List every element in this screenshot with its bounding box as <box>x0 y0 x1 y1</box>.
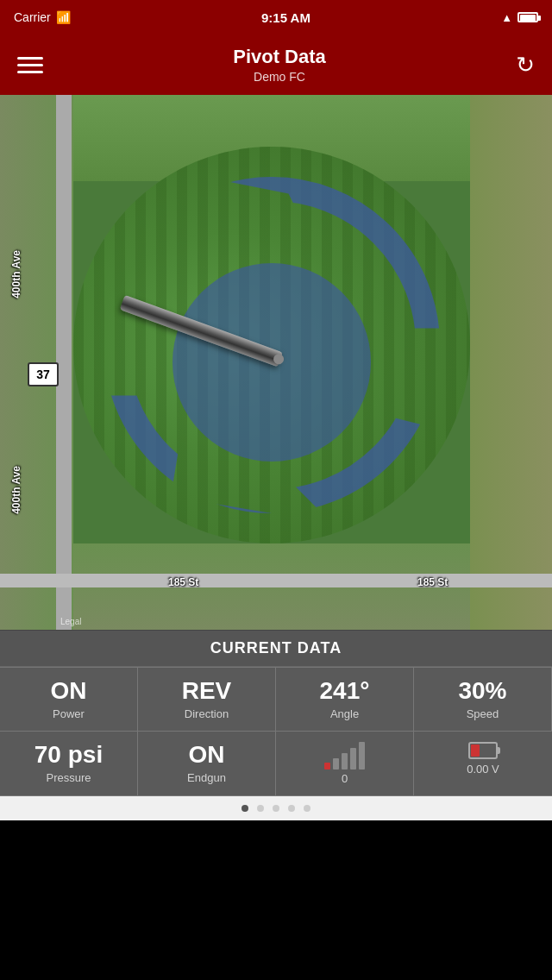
page-dot-1[interactable] <box>242 805 248 812</box>
power-value: ON <box>5 678 132 705</box>
battery-box <box>468 742 498 759</box>
refresh-button[interactable]: ↺ <box>516 52 535 79</box>
power-label: Power <box>5 707 132 720</box>
endgun-label: Endgun <box>143 771 270 784</box>
angle-label: Angle <box>281 707 408 720</box>
page-dot-3[interactable] <box>273 805 279 812</box>
signal-bar-1 <box>324 763 330 770</box>
power-cell: ON Power <box>0 668 138 732</box>
pressure-label: Pressure <box>5 771 132 784</box>
current-data-header: CURRENT DATA <box>0 631 552 667</box>
carrier-label: Carrier <box>14 10 51 24</box>
page-dots <box>0 796 552 820</box>
direction-cell: REV Direction <box>138 668 276 732</box>
map-container[interactable]: 37 400th Ave 400th Ave 185 St 185 St Leg… <box>0 95 552 630</box>
pressure-value: 70 psi <box>5 742 132 769</box>
road-185st-right: 185 St <box>417 576 448 588</box>
road-400th-ave-bottom: 400th Ave <box>10 466 22 514</box>
speed-cell: 30% Speed <box>414 668 552 732</box>
battery-cell: 0.00 V <box>414 732 552 796</box>
endgun-cell: ON Endgun <box>138 732 276 796</box>
menu-button[interactable] <box>17 57 43 73</box>
route-sign: 37 <box>28 362 59 386</box>
road-400th-ave-top: 400th Ave <box>10 250 22 298</box>
road-185st-left: 185 St <box>168 576 198 588</box>
direction-value: REV <box>143 678 270 705</box>
signal-bar-5 <box>359 742 365 770</box>
battery-icon <box>518 12 538 22</box>
page-title: Pivot Data <box>43 46 516 68</box>
status-right: ▲ <box>501 11 538 24</box>
data-grid: ON Power REV Direction 241° Angle 30% Sp… <box>0 667 552 796</box>
signal-value: 0 <box>281 772 408 785</box>
data-section: CURRENT DATA ON Power REV Direction 241°… <box>0 630 552 796</box>
location-icon: ▲ <box>501 11 512 24</box>
battery-level <box>471 744 480 757</box>
header-title-block: Pivot Data Demo FC <box>43 46 516 84</box>
page-dot-2[interactable] <box>257 805 264 812</box>
status-time: 9:15 AM <box>261 10 310 25</box>
legal-label: Legal <box>60 617 81 626</box>
speed-value: 30% <box>419 678 546 705</box>
road-vertical <box>56 95 72 630</box>
signal-bars <box>281 742 408 770</box>
voltage-value: 0.00 V <box>419 763 547 776</box>
speed-label: Speed <box>419 707 546 720</box>
pressure-cell: 70 psi Pressure <box>0 732 138 796</box>
signal-bar-4 <box>350 748 356 770</box>
angle-cell: 241° Angle <box>276 668 414 732</box>
status-bar: Carrier 📶 9:15 AM ▲ <box>0 0 552 35</box>
signal-bar-3 <box>342 753 348 770</box>
angle-value: 241° <box>281 678 408 705</box>
signal-cell: 0 <box>276 732 414 796</box>
page-dot-4[interactable] <box>288 805 295 812</box>
endgun-value: ON <box>143 742 270 769</box>
direction-label: Direction <box>143 707 270 720</box>
road-horizontal <box>0 574 552 587</box>
signal-bar-2 <box>333 758 339 770</box>
wifi-icon: 📶 <box>56 10 71 24</box>
battery-status <box>419 742 547 759</box>
page-subtitle: Demo FC <box>43 70 516 84</box>
page-dot-5[interactable] <box>304 805 310 812</box>
status-left: Carrier 📶 <box>14 10 71 24</box>
header: Pivot Data Demo FC ↺ <box>0 35 552 95</box>
